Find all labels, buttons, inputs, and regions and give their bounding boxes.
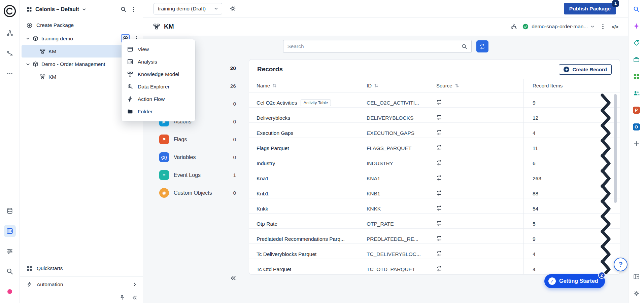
section-item-custom-objects[interactable]: ◉Custom Objects0 (152, 184, 239, 202)
browser-search-icon[interactable] (631, 4, 641, 14)
record-name-cell: Execution Gaps (257, 130, 367, 136)
objects-icon[interactable] (4, 27, 16, 39)
source-link-icon[interactable] (436, 145, 442, 150)
outlook-icon[interactable]: O (631, 122, 641, 132)
menu-item-data-explorer[interactable]: Data Explorer (122, 80, 195, 93)
version-selector[interactable]: training demo (Draft) (154, 3, 222, 14)
collapse-sidebar-icon[interactable] (132, 295, 137, 300)
user-presence-dot[interactable] (4, 286, 16, 298)
source-link-icon[interactable] (436, 251, 442, 256)
sidebar-panel-icon[interactable] (631, 271, 641, 281)
menu-item-knowledge-model[interactable]: Knowledge Model (122, 68, 195, 80)
data-model-icon[interactable] (511, 24, 517, 30)
getting-started-button[interactable]: ✓ Getting Started 2 (544, 274, 605, 288)
studio-icon[interactable] (4, 225, 16, 237)
shopping-tag-icon[interactable] (631, 38, 641, 48)
section-item-event-logs[interactable]: ≡Event Logs1 (152, 166, 239, 184)
column-header-name[interactable]: Name (257, 83, 367, 88)
caret-down-icon[interactable] (26, 63, 30, 66)
source-link-icon[interactable] (436, 129, 442, 135)
caret-down-icon[interactable] (26, 37, 30, 40)
record-row-tc-deliveryblocks-parquet[interactable]: Tc Deliveryblocks ParquetTC_DELIVERYBLOC… (249, 244, 620, 259)
source-link-icon[interactable] (436, 205, 442, 211)
celonis-logo[interactable] (3, 4, 16, 18)
environment-selector[interactable]: demo-snap-order-man... (522, 24, 594, 30)
browser-settings-icon[interactable] (631, 288, 641, 298)
automation-button[interactable]: Automation (20, 276, 143, 292)
source-link-icon[interactable] (436, 235, 442, 241)
knowledge-model-icon (153, 23, 160, 30)
sidebar-search-icon[interactable] (121, 6, 127, 12)
record-name: Tc Deliveryblocks Parquet (257, 251, 316, 257)
create-record-button[interactable]: + Create Record (559, 64, 612, 75)
quickstarts-button[interactable]: Quickstarts (20, 260, 143, 276)
copilot-icon[interactable] (631, 21, 641, 31)
create-package-button[interactable]: Create Package (20, 19, 143, 32)
check-icon: ✓ (548, 277, 556, 285)
record-row-execution-gaps[interactable]: Execution GapsEXECUTION_GAPS4 (249, 123, 620, 138)
section-item-flags[interactable]: ⚑Flags0 (152, 130, 239, 148)
records-table-body: Cel O2c ActivitiesActivity TableCEL_O2C_… (249, 92, 620, 274)
record-row-knkk[interactable]: KnkkKNKK54 (249, 198, 620, 214)
record-row-industry[interactable]: IndustryINDUSTRY6 (249, 153, 620, 168)
people-icon[interactable] (631, 88, 641, 98)
records-table-header: NameIDSourceRecord Items (249, 79, 620, 92)
source-link-icon[interactable] (436, 190, 442, 196)
source-link-icon[interactable] (436, 114, 442, 120)
column-header-source[interactable]: Source (436, 83, 523, 88)
help-button[interactable]: ? (614, 258, 628, 271)
pin-sidebar-icon[interactable] (120, 295, 125, 300)
source-link-icon[interactable] (436, 175, 442, 181)
search-input[interactable] (287, 43, 459, 49)
record-row-knb1[interactable]: Knb1KNB188 (249, 183, 620, 198)
table-scrollbar[interactable] (614, 94, 617, 203)
menu-item-action-flow[interactable]: Action Flow (122, 93, 195, 105)
column-header-record-items[interactable]: Record Items (523, 79, 600, 92)
column-header-id[interactable]: ID (367, 83, 436, 88)
record-row-cel-o2c-activities[interactable]: Cel O2c ActivitiesActivity TableCEL_O2C_… (249, 92, 620, 108)
add-extension-icon[interactable] (631, 139, 641, 149)
tools-icon[interactable] (631, 54, 641, 65)
km-kebab-icon[interactable] (600, 24, 606, 30)
sort-icon[interactable] (374, 83, 378, 88)
menu-item-folder[interactable]: Folder (122, 105, 195, 118)
menu-item-view[interactable]: View (122, 43, 195, 55)
km-header-actions: demo-snap-order-man... </> (511, 24, 618, 30)
record-row-tc-otd-parquet[interactable]: Tc Otd ParquetTC_OTD_PARQUET4 (249, 259, 620, 274)
publish-package-button[interactable]: Publish Package 1 (564, 3, 616, 14)
package-settings-icon[interactable] (230, 5, 236, 12)
collapse-panel-icon[interactable] (231, 275, 236, 282)
menu-item-analysis[interactable]: Analysis (122, 55, 195, 68)
column-label: Name (257, 83, 270, 88)
view-icon (127, 46, 133, 52)
source-link-icon[interactable] (436, 220, 442, 226)
admin-settings-icon[interactable] (4, 245, 16, 257)
sort-icon[interactable] (272, 83, 277, 88)
record-row-predlatedel-recommendations-parq[interactable]: Predlatedel Recommendations Parq...PREDL… (249, 229, 620, 244)
search-field[interactable] (283, 40, 472, 53)
section-item-variables[interactable]: {x}Variables0 (152, 148, 239, 166)
record-row-deliveryblocks[interactable]: DeliveryblocksDELIVERYBLOCKS12 (249, 108, 620, 123)
sort-icon[interactable] (455, 83, 459, 88)
org-switcher[interactable]: Celonis – Default (27, 6, 116, 12)
more-apps-icon[interactable] (4, 68, 16, 80)
rail-search-icon[interactable] (4, 265, 16, 277)
data-mapping-button[interactable] (476, 40, 488, 52)
code-view-icon[interactable]: </> (612, 24, 618, 30)
sidebar-kebab-icon[interactable] (131, 6, 137, 12)
record-row-flags-parquet[interactable]: Flags ParquetFLAGS_PARQUET11 (249, 138, 620, 153)
chevron-right-icon (133, 282, 137, 286)
data-integration-icon[interactable] (4, 205, 16, 217)
record-row-kna1[interactable]: Kna1KNA1263 (249, 168, 620, 183)
source-link-icon[interactable] (436, 266, 442, 271)
record-name-cell: Industry (257, 160, 367, 166)
powerpoint-icon[interactable]: P (631, 105, 641, 115)
record-row-otp-rate[interactable]: Otp RateOTP_RATE5 (249, 214, 620, 229)
section-count: 0 (233, 190, 236, 196)
record-name-cell: Kna1 (257, 176, 367, 182)
process-copilot-icon[interactable] (4, 47, 16, 60)
source-link-icon[interactable] (436, 99, 442, 105)
records-panel-header: Records + Create Record (249, 60, 620, 79)
source-link-icon[interactable] (436, 160, 442, 165)
apps-grid-icon[interactable] (631, 71, 641, 81)
